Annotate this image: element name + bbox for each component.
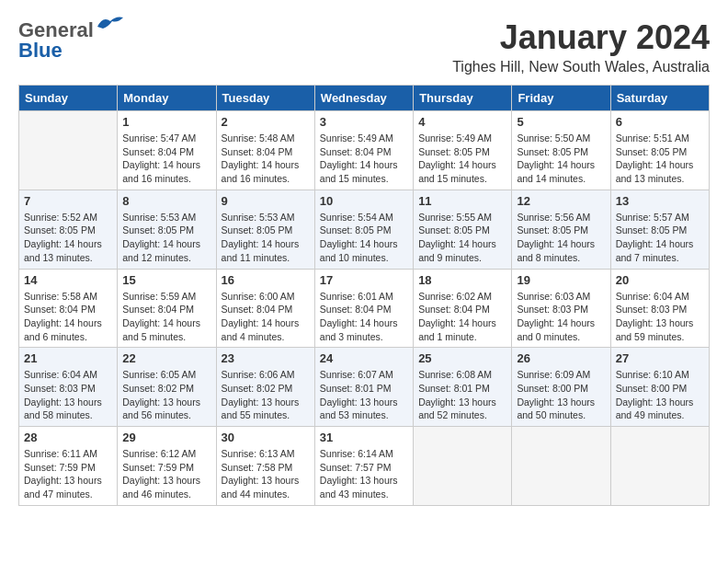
table-row: 6Sunrise: 5:51 AMSunset: 8:05 PMDaylight… xyxy=(610,111,709,190)
calendar-week-row: 1Sunrise: 5:47 AMSunset: 8:04 PMDaylight… xyxy=(19,111,710,190)
table-row xyxy=(414,427,512,506)
day-info: Sunrise: 5:49 AMSunset: 8:05 PMDaylight:… xyxy=(418,132,506,186)
day-number: 4 xyxy=(418,115,506,129)
table-row: 24Sunrise: 6:07 AMSunset: 8:01 PMDayligh… xyxy=(314,348,413,427)
table-row: 29Sunrise: 6:12 AMSunset: 7:59 PMDayligh… xyxy=(118,427,216,506)
day-number: 8 xyxy=(122,194,210,208)
day-info: Sunrise: 5:57 AMSunset: 8:05 PMDaylight:… xyxy=(616,211,704,265)
table-row: 22Sunrise: 6:05 AMSunset: 8:02 PMDayligh… xyxy=(118,348,216,427)
day-info: Sunrise: 6:00 AMSunset: 8:04 PMDaylight:… xyxy=(222,290,310,344)
calendar-week-row: 21Sunrise: 6:04 AMSunset: 8:03 PMDayligh… xyxy=(19,348,710,427)
day-number: 6 xyxy=(616,115,704,129)
logo: General Blue xyxy=(18,18,125,63)
day-number: 7 xyxy=(24,194,112,208)
day-number: 18 xyxy=(418,273,506,287)
table-row: 12Sunrise: 5:56 AMSunset: 8:05 PMDayligh… xyxy=(512,190,610,269)
day-info: Sunrise: 5:51 AMSunset: 8:05 PMDaylight:… xyxy=(616,132,704,186)
col-tuesday: Tuesday xyxy=(216,86,314,111)
title-area: January 2024 Tighes Hill, New South Wale… xyxy=(452,18,710,75)
table-row: 9Sunrise: 5:53 AMSunset: 8:05 PMDaylight… xyxy=(216,190,314,269)
table-row: 10Sunrise: 5:54 AMSunset: 8:05 PMDayligh… xyxy=(314,190,413,269)
day-number: 31 xyxy=(320,431,408,444)
location-title: Tighes Hill, New South Wales, Australia xyxy=(452,59,710,75)
col-friday: Friday xyxy=(512,86,610,111)
day-info: Sunrise: 6:01 AMSunset: 8:04 PMDaylight:… xyxy=(320,290,408,344)
day-number: 11 xyxy=(418,194,506,208)
day-number: 15 xyxy=(122,273,210,287)
day-info: Sunrise: 6:04 AMSunset: 8:03 PMDaylight:… xyxy=(24,368,112,422)
day-number: 22 xyxy=(122,351,210,365)
month-title: January 2024 xyxy=(452,18,710,57)
table-row: 28Sunrise: 6:11 AMSunset: 7:59 PMDayligh… xyxy=(19,427,118,506)
table-row: 27Sunrise: 6:10 AMSunset: 8:00 PMDayligh… xyxy=(610,348,709,427)
col-wednesday: Wednesday xyxy=(314,86,413,111)
day-info: Sunrise: 6:03 AMSunset: 8:03 PMDaylight:… xyxy=(517,290,605,344)
table-row: 18Sunrise: 6:02 AMSunset: 8:04 PMDayligh… xyxy=(414,269,512,348)
table-row: 20Sunrise: 6:04 AMSunset: 8:03 PMDayligh… xyxy=(610,269,709,348)
day-number: 13 xyxy=(616,194,704,208)
day-info: Sunrise: 5:55 AMSunset: 8:05 PMDaylight:… xyxy=(418,211,506,265)
table-row: 31Sunrise: 6:14 AMSunset: 7:57 PMDayligh… xyxy=(314,427,413,506)
header: General Blue January 2024 Tighes Hill, N… xyxy=(18,18,710,75)
table-row: 21Sunrise: 6:04 AMSunset: 8:03 PMDayligh… xyxy=(19,348,118,427)
table-row: 2Sunrise: 5:48 AMSunset: 8:04 PMDaylight… xyxy=(216,111,314,190)
day-number: 19 xyxy=(517,273,605,287)
table-row: 23Sunrise: 6:06 AMSunset: 8:02 PMDayligh… xyxy=(216,348,314,427)
day-info: Sunrise: 5:53 AMSunset: 8:05 PMDaylight:… xyxy=(122,211,210,265)
day-number: 27 xyxy=(616,351,704,365)
day-info: Sunrise: 5:59 AMSunset: 8:04 PMDaylight:… xyxy=(122,290,210,344)
day-number: 20 xyxy=(616,273,704,287)
table-row: 16Sunrise: 6:00 AMSunset: 8:04 PMDayligh… xyxy=(216,269,314,348)
table-row: 11Sunrise: 5:55 AMSunset: 8:05 PMDayligh… xyxy=(414,190,512,269)
day-number: 12 xyxy=(517,194,605,208)
col-saturday: Saturday xyxy=(610,86,709,111)
table-row: 8Sunrise: 5:53 AMSunset: 8:05 PMDaylight… xyxy=(118,190,216,269)
day-number: 26 xyxy=(517,351,605,365)
day-number: 30 xyxy=(222,431,310,444)
day-number: 10 xyxy=(320,194,408,208)
col-thursday: Thursday xyxy=(414,86,512,111)
table-row: 13Sunrise: 5:57 AMSunset: 8:05 PMDayligh… xyxy=(610,190,709,269)
table-row xyxy=(19,111,118,190)
table-row: 4Sunrise: 5:49 AMSunset: 8:05 PMDaylight… xyxy=(414,111,512,190)
table-row: 19Sunrise: 6:03 AMSunset: 8:03 PMDayligh… xyxy=(512,269,610,348)
table-row: 25Sunrise: 6:08 AMSunset: 8:01 PMDayligh… xyxy=(414,348,512,427)
calendar-week-row: 7Sunrise: 5:52 AMSunset: 8:05 PMDaylight… xyxy=(19,190,710,269)
day-info: Sunrise: 6:05 AMSunset: 8:02 PMDaylight:… xyxy=(122,368,210,422)
table-row: 14Sunrise: 5:58 AMSunset: 8:04 PMDayligh… xyxy=(19,269,118,348)
table-row: 26Sunrise: 6:09 AMSunset: 8:00 PMDayligh… xyxy=(512,348,610,427)
day-number: 17 xyxy=(320,273,408,287)
table-row: 15Sunrise: 5:59 AMSunset: 8:04 PMDayligh… xyxy=(118,269,216,348)
col-sunday: Sunday xyxy=(19,86,118,111)
day-number: 2 xyxy=(222,115,310,129)
table-row: 17Sunrise: 6:01 AMSunset: 8:04 PMDayligh… xyxy=(314,269,413,348)
day-number: 14 xyxy=(24,273,112,287)
calendar-table: Sunday Monday Tuesday Wednesday Thursday… xyxy=(18,85,710,506)
day-info: Sunrise: 6:02 AMSunset: 8:04 PMDaylight:… xyxy=(418,290,506,344)
day-info: Sunrise: 6:06 AMSunset: 8:02 PMDaylight:… xyxy=(222,368,310,422)
day-info: Sunrise: 5:49 AMSunset: 8:04 PMDaylight:… xyxy=(320,132,408,186)
day-info: Sunrise: 5:52 AMSunset: 8:05 PMDaylight:… xyxy=(24,211,112,265)
day-number: 25 xyxy=(418,351,506,365)
day-info: Sunrise: 5:54 AMSunset: 8:05 PMDaylight:… xyxy=(320,211,408,265)
day-info: Sunrise: 6:10 AMSunset: 8:00 PMDaylight:… xyxy=(616,368,704,422)
day-number: 1 xyxy=(122,115,210,129)
table-row: 7Sunrise: 5:52 AMSunset: 8:05 PMDaylight… xyxy=(19,190,118,269)
day-number: 9 xyxy=(222,194,310,208)
day-number: 23 xyxy=(222,351,310,365)
day-info: Sunrise: 5:53 AMSunset: 8:05 PMDaylight:… xyxy=(222,211,310,265)
day-info: Sunrise: 6:14 AMSunset: 7:57 PMDaylight:… xyxy=(320,447,408,501)
calendar-week-row: 28Sunrise: 6:11 AMSunset: 7:59 PMDayligh… xyxy=(19,427,710,506)
day-info: Sunrise: 6:04 AMSunset: 8:03 PMDaylight:… xyxy=(616,290,704,344)
calendar-header-row: Sunday Monday Tuesday Wednesday Thursday… xyxy=(19,86,710,111)
calendar-week-row: 14Sunrise: 5:58 AMSunset: 8:04 PMDayligh… xyxy=(19,269,710,348)
day-number: 28 xyxy=(24,431,112,444)
day-info: Sunrise: 6:12 AMSunset: 7:59 PMDaylight:… xyxy=(122,447,210,501)
day-number: 5 xyxy=(517,115,605,129)
day-info: Sunrise: 6:07 AMSunset: 8:01 PMDaylight:… xyxy=(320,368,408,422)
logo-bird-icon xyxy=(96,14,125,37)
day-number: 3 xyxy=(320,115,408,129)
table-row xyxy=(512,427,610,506)
day-info: Sunrise: 6:08 AMSunset: 8:01 PMDaylight:… xyxy=(418,368,506,422)
day-number: 29 xyxy=(122,431,210,444)
